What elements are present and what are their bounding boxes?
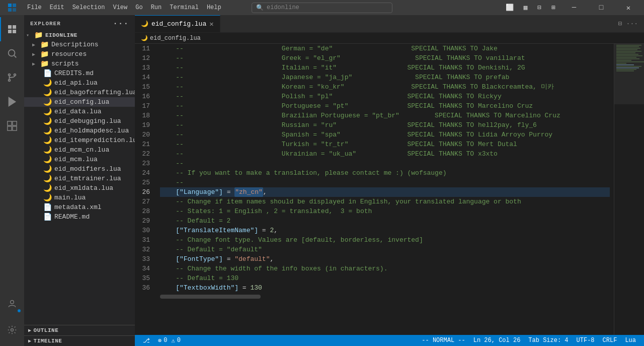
sidebar-item-eid-debugging[interactable]: ▶ 🌙 eid_debugging.lua [24,116,135,126]
status-tab-size[interactable]: Tab Size: 4 [524,335,572,346]
menu-selection[interactable]: Selection [69,3,108,12]
sidebar-item-eid-config[interactable]: ▶ 🌙 eid_config.lua [24,97,135,107]
sidebar-root-folder[interactable]: ▾ 📁 EIDONLINE [24,30,135,40]
activity-search[interactable] [0,41,24,65]
sidebar-item-scripts[interactable]: ▶ 📁 scripts [24,59,135,68]
minimize-button[interactable]: ─ [562,0,586,15]
title-bar-left: File Edit Selection View Go Run Terminal… [4,0,224,15]
sidebar-item-eid-modifiers[interactable]: ▶ 🌙 eid_modifiers.lua [24,164,135,174]
tab-file-icon: 🌙 [141,20,148,28]
menu-terminal[interactable]: Terminal [167,3,202,12]
svg-rect-11 [8,121,12,125]
status-mode[interactable]: -- NORMAL -- [418,335,469,346]
menu-run[interactable]: Run [148,3,165,12]
code-line-25: -- [160,178,610,187]
code-line-17: -- Portuguese = "pt" SPECIAL THANKS TO M… [160,101,610,111]
sidebar-item-credits[interactable]: ▶ 📄 CREDITS.md [24,68,135,78]
position-label: Ln 26, Col 26 [473,337,521,344]
code-line-18: -- Brazilian Portuguese = "pt_br" SPECIA… [160,111,610,120]
sidebar-item-descriptions[interactable]: ▶ 📁 Descriptions [24,40,135,49]
tabs-bar: 🌙 eid_config.lua ✕ ⊟ ··· [135,15,644,33]
sidebar-item-eid-mcm-cn[interactable]: ▶ 🌙 eid_mcm_cn.lua [24,145,135,155]
search-icon: 🔍 [256,4,264,12]
svg-line-5 [14,55,16,57]
activity-accounts[interactable] [0,292,24,316]
sidebar-item-readme[interactable]: ▶ 📄 README.md [24,212,135,222]
eol-label: CRLF [603,337,617,344]
git-icon: ⎇ [143,337,150,344]
menu-edit[interactable]: Edit [47,3,67,12]
sidebar-item-eid-bag[interactable]: ▶ 🌙 eid_bagofcrafting.lua [24,88,135,97]
sidebar-item-eid-data[interactable]: ▶ 🌙 eid_data.lua [24,107,135,116]
code-line-27: -- Change if item names should be displa… [160,197,610,206]
sidebar-item-eid-mcm[interactable]: ▶ 🌙 eid_mcm.lua [24,155,135,164]
sidebar-item-main[interactable]: ▶ 🌙 main.lua [24,193,135,202]
tab-close-icon[interactable]: ✕ [209,21,213,28]
error-count: 0 [164,337,167,344]
menu-view[interactable]: View [110,3,130,12]
layout-options-icon[interactable]: ⊞ [548,4,558,12]
outline-header[interactable]: ▶ OUTLINE [24,325,135,335]
sidebar-toggle-icon[interactable]: ⊟ [534,4,544,12]
status-language[interactable]: Lua [621,335,640,346]
code-line-22: -- Ukrainian = "uk_ua" SPECIAL THANKS TO… [160,149,610,159]
sidebar-outline-panel: ▶ OUTLINE [24,325,135,335]
timeline-header[interactable]: ▶ TIMELINE [24,336,135,346]
status-position[interactable]: Ln 26, Col 26 [469,335,525,346]
minimap-canvas [614,44,644,331]
split-editor-icon[interactable]: ⬜ [503,4,517,12]
code-editor[interactable]: 11 12 13 14 15 16 17 18 19 20 21 22 23 2… [135,44,644,335]
sidebar-item-metadata[interactable]: ▶ 📄 metadata.xml [24,202,135,212]
status-encoding[interactable]: UTF-8 [573,335,599,346]
tab-label: eid_config.lua [151,20,206,28]
more-actions[interactable]: ··· [624,20,640,28]
status-eol[interactable]: CRLF [599,335,621,346]
code-line-28: -- States: 1 = English , 2 = translated,… [160,206,610,216]
close-button[interactable]: ✕ [617,0,640,15]
menu-go[interactable]: Go [132,3,145,12]
activity-bar [0,15,24,346]
tab-eid-config[interactable]: 🌙 eid_config.lua ✕ [135,15,220,32]
sidebar-item-eid-holdmap[interactable]: ▶ 🌙 eid_holdmapdesc.lua [24,126,135,135]
status-git[interactable]: ⎇ [139,335,154,346]
code-line-13: -- Italian = "it" SPECIAL THANKS TO Denk… [160,63,610,73]
menu-file[interactable]: File [24,3,45,12]
menu-help[interactable]: Help [204,3,224,12]
activity-run[interactable] [0,90,24,114]
code-line-33: ["FontType"] = "default", [160,254,610,264]
code-content[interactable]: -- German = "de" SPECIAL THANKS TO Jake … [156,44,614,335]
sidebar-more-icon[interactable]: ··· [113,19,129,28]
split-editor-action[interactable]: ⊟ [616,20,624,28]
status-bar: ⎇ ⊗ 0 ⚠ 0 -- NORMAL -- Ln 26, Col 26 Tab… [135,335,644,346]
maximize-button[interactable]: □ [590,0,613,15]
svg-point-15 [11,300,14,304]
sidebar-item-eid-tmtrainer[interactable]: ▶ 🌙 eid_tmtrainer.lua [24,174,135,183]
encoding-label: UTF-8 [577,337,595,344]
code-line-30: ["TranslateItemName"] = 2, [160,226,610,235]
code-line-15: -- Korean = "ko_kr" SPECIAL THANKS TO Bl… [160,82,610,92]
error-icon: ⊗ [158,337,162,344]
sidebar-item-eid-api[interactable]: ▶ 🌙 eid_api.lua [24,78,135,88]
code-line-20: -- Spanish = "spa" SPECIAL THANKS TO Lid… [160,130,610,140]
layout-icon[interactable]: ▦ [521,4,531,12]
activity-source-control[interactable] [0,65,24,90]
sidebar-item-resources[interactable]: ▶ 📁 resources [24,49,135,59]
search-box[interactable]: 🔍 eidonline [252,3,392,13]
activity-settings[interactable] [0,318,24,342]
svg-point-6 [9,74,11,76]
sidebar-item-eid-xmldata[interactable]: ▶ 🌙 eid_xmldata.lua [24,183,135,193]
sidebar-item-eid-itempred[interactable]: ▶ 🌙 eid_itemprediction.lua [24,135,135,145]
breadcrumb-file[interactable]: 🌙 eid_config.lua [141,35,201,42]
timeline-arrow-icon: ▶ [28,338,32,344]
svg-rect-13 [8,126,12,130]
svg-rect-36 [614,44,644,104]
activity-explorer[interactable] [0,17,24,41]
sidebar-file-tree: ▾ 📁 EIDONLINE ▶ 📁 Descriptions ▶ 📁 resou… [24,30,135,325]
scrollbar-thumb[interactable] [160,295,261,299]
menu-bar[interactable]: File Edit Selection View Go Run Terminal… [24,3,224,12]
code-line-14: -- Japanese = "ja_jp" SPECIAL THANKS TO … [160,73,610,82]
code-line-35: -- Default = 130 [160,273,610,283]
status-errors[interactable]: ⊗ 0 ⚠ 0 [154,335,185,346]
scrollbar-track[interactable] [160,295,610,299]
activity-extensions[interactable] [0,114,24,138]
